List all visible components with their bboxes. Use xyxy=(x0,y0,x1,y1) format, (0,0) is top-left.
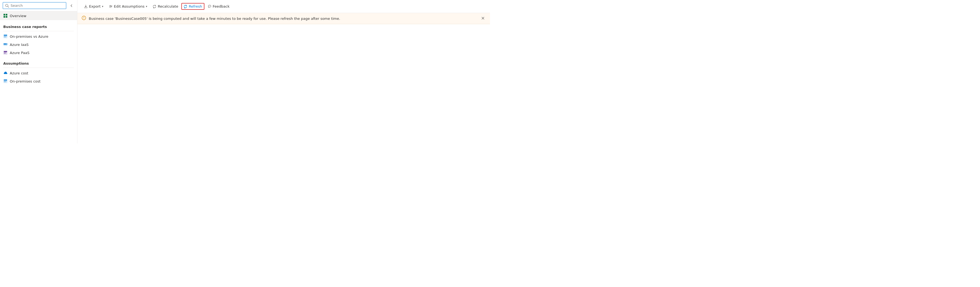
feedback-button[interactable]: Feedback xyxy=(205,3,232,10)
business-case-reports-title: Business case reports xyxy=(3,25,47,29)
assumptions-header: Assumptions xyxy=(0,57,77,67)
overview-icon xyxy=(3,14,8,18)
notification-icon xyxy=(82,16,86,21)
sidebar-item-on-premises-cost-label: On-premises cost xyxy=(10,79,40,83)
svg-rect-5 xyxy=(6,16,7,18)
export-label: Export xyxy=(89,4,101,8)
azure-iaas-icon xyxy=(3,42,8,47)
main-content: Export ▾ Edit Assumptions ▾ xyxy=(77,0,490,144)
svg-point-27 xyxy=(209,6,210,6)
sidebar-item-azure-iaas-label: Azure IaaS xyxy=(10,43,29,47)
svg-rect-8 xyxy=(4,36,7,37)
feedback-icon xyxy=(208,5,212,8)
search-row xyxy=(0,0,77,11)
sidebar-item-on-premises-vs-azure-label: On-premises vs Azure xyxy=(10,35,48,38)
assumptions-title: Assumptions xyxy=(3,61,29,65)
notification-close-button[interactable] xyxy=(480,16,486,21)
on-premises-vs-azure-icon xyxy=(3,34,8,38)
edit-assumptions-chevron-icon: ▾ xyxy=(146,5,147,8)
sidebar: Overview Business case reports On xyxy=(0,0,77,144)
azure-paas-icon xyxy=(3,51,8,55)
svg-rect-16 xyxy=(4,53,6,54)
svg-rect-7 xyxy=(4,35,7,35)
sidebar-item-azure-paas-label: Azure PaaS xyxy=(10,51,30,55)
svg-point-31 xyxy=(84,19,84,19)
sidebar-item-overview[interactable]: Overview xyxy=(0,11,77,20)
sidebar-item-azure-cost-label: Azure cost xyxy=(10,71,28,75)
sidebar-item-on-premises-cost[interactable]: On-premises cost xyxy=(0,77,77,85)
nav-section-overview: Overview xyxy=(0,11,77,20)
recalculate-icon xyxy=(153,5,156,8)
export-button[interactable]: Export ▾ xyxy=(82,3,106,10)
svg-point-28 xyxy=(210,6,210,6)
svg-rect-4 xyxy=(3,16,5,18)
feedback-label: Feedback xyxy=(213,4,230,8)
overview-label: Overview xyxy=(10,14,26,18)
refresh-label: Refresh xyxy=(189,4,202,8)
notification-text: Business case 'BusinessCase005' is being… xyxy=(89,17,477,21)
edit-assumptions-button[interactable]: Edit Assumptions ▾ xyxy=(107,3,150,10)
refresh-button[interactable]: Refresh xyxy=(181,3,204,10)
page-body xyxy=(77,24,490,144)
svg-rect-14 xyxy=(4,51,7,52)
toolbar: Export ▾ Edit Assumptions ▾ xyxy=(77,0,490,13)
svg-rect-20 xyxy=(4,82,6,82)
svg-rect-9 xyxy=(4,37,6,37)
svg-rect-3 xyxy=(6,14,7,16)
sidebar-item-on-premises-vs-azure[interactable]: On-premises vs Azure xyxy=(0,32,77,40)
refresh-icon xyxy=(183,5,187,8)
sidebar-item-azure-paas[interactable]: Azure PaaS xyxy=(0,49,77,57)
sidebar-item-azure-cost[interactable]: Azure cost xyxy=(0,69,77,77)
search-input[interactable] xyxy=(11,3,64,8)
svg-rect-19 xyxy=(4,81,7,81)
svg-rect-2 xyxy=(3,14,5,16)
recalculate-label: Recalculate xyxy=(158,4,178,8)
search-box[interactable] xyxy=(3,2,66,9)
app-container: Overview Business case reports On xyxy=(0,0,490,144)
nav-section-assumptions: Assumptions Azure cost xyxy=(0,57,77,85)
azure-cost-icon xyxy=(3,71,8,75)
export-icon xyxy=(84,5,88,8)
svg-point-12 xyxy=(6,44,7,44)
section-divider-1 xyxy=(3,31,74,31)
recalculate-button[interactable]: Recalculate xyxy=(150,3,180,10)
edit-assumptions-label: Edit Assumptions xyxy=(114,4,145,8)
edit-assumptions-icon xyxy=(109,5,113,8)
search-icon xyxy=(5,4,9,8)
nav-section-business-case: Business case reports On-premises vs Azu… xyxy=(0,20,77,57)
collapse-sidebar-button[interactable] xyxy=(68,3,75,9)
export-chevron-icon: ▾ xyxy=(102,5,103,8)
notification-banner: Business case 'BusinessCase005' is being… xyxy=(77,13,490,24)
sidebar-item-azure-iaas[interactable]: Azure IaaS xyxy=(0,40,77,49)
svg-rect-18 xyxy=(4,80,7,80)
on-premises-cost-icon xyxy=(3,79,8,83)
svg-line-1 xyxy=(8,6,9,7)
business-case-reports-header: Business case reports xyxy=(0,20,77,30)
svg-rect-15 xyxy=(4,53,6,53)
